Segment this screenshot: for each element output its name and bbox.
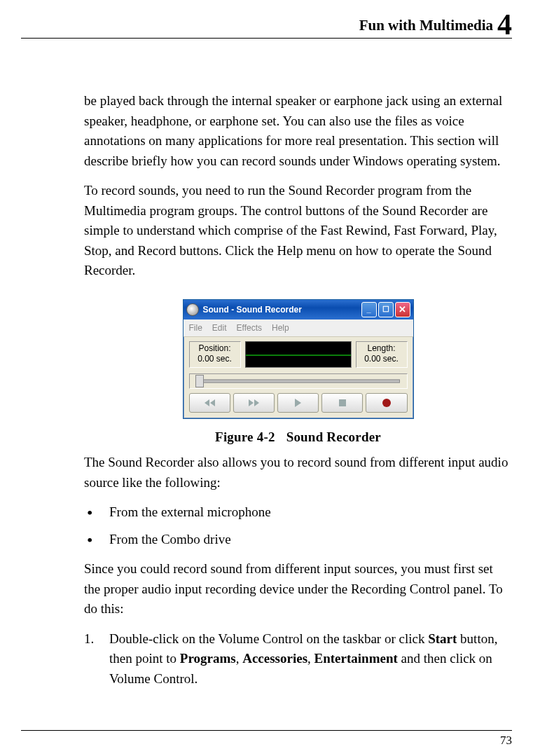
menu-effects[interactable]: Effects bbox=[237, 322, 262, 334]
length-label: Length: bbox=[357, 343, 407, 354]
position-value: 0.00 sec. bbox=[190, 354, 240, 364]
seek-slider-row bbox=[184, 372, 413, 393]
bold-start: Start bbox=[428, 631, 457, 646]
stop-button[interactable] bbox=[321, 393, 363, 413]
figure: Sound - Sound Recorder _ ☐ ✕ File Edit E… bbox=[84, 299, 512, 448]
body-paragraph: The Sound Recorder also allows you to re… bbox=[84, 453, 512, 493]
slider-groove bbox=[197, 379, 400, 383]
figure-number: Figure 4-2 bbox=[215, 429, 275, 444]
figure-caption: Figure 4-2Sound Recorder bbox=[215, 427, 381, 448]
slider-thumb[interactable] bbox=[195, 375, 204, 387]
titlebar: Sound - Sound Recorder _ ☐ ✕ bbox=[184, 300, 413, 319]
page-header: Fun with Multimedia 4 bbox=[21, 0, 512, 39]
page-footer: 73 bbox=[21, 730, 512, 748]
figure-title: Sound Recorder bbox=[286, 429, 381, 444]
list-item: From the Combo drive bbox=[84, 530, 512, 550]
body-paragraph: Since you could record sound from differ… bbox=[84, 559, 512, 619]
fast-forward-button[interactable] bbox=[233, 393, 275, 413]
status-panel: Position: 0.00 sec. Length: 0.00 sec. bbox=[184, 337, 413, 372]
content: be played back through the internal spea… bbox=[21, 39, 512, 689]
bold-programs: Programs bbox=[180, 651, 236, 666]
record-button[interactable] bbox=[366, 393, 407, 413]
menu-help[interactable]: Help bbox=[272, 322, 289, 334]
body-paragraph: be played back through the internal spea… bbox=[84, 91, 512, 171]
header-title: Fun with Multimedia bbox=[359, 17, 493, 34]
page-number: 73 bbox=[21, 731, 512, 748]
app-icon bbox=[186, 303, 199, 316]
bold-entertainment: Entertainment bbox=[314, 651, 398, 666]
list-item: From the external microphone bbox=[84, 502, 512, 523]
window-title: Sound - Sound Recorder bbox=[203, 303, 361, 316]
length-value: 0.00 sec. bbox=[357, 354, 407, 364]
waveform-display bbox=[245, 341, 352, 368]
menubar: File Edit Effects Help bbox=[184, 319, 413, 337]
minimize-button[interactable]: _ bbox=[361, 302, 377, 317]
forward-icon bbox=[249, 399, 259, 406]
rewind-icon bbox=[205, 399, 215, 406]
step-text: , bbox=[307, 651, 314, 666]
chapter-number: 4 bbox=[497, 10, 512, 39]
record-icon bbox=[382, 399, 391, 407]
numbered-steps: Double-click on the Volume Control on th… bbox=[84, 629, 512, 689]
page: Fun with Multimedia 4 be played back thr… bbox=[0, 0, 533, 756]
step-text: Double-click on the Volume Control on th… bbox=[109, 631, 428, 646]
stop-icon bbox=[339, 399, 346, 406]
maximize-button[interactable]: ☐ bbox=[378, 302, 394, 317]
menu-edit[interactable]: Edit bbox=[212, 322, 227, 334]
length-box: Length: 0.00 sec. bbox=[356, 341, 408, 368]
bullet-list: From the external microphone From the Co… bbox=[84, 502, 512, 549]
step-text: , bbox=[236, 651, 243, 666]
play-icon bbox=[295, 399, 301, 407]
step-item: Double-click on the Volume Control on th… bbox=[84, 629, 512, 689]
bold-accessories: Accessories bbox=[242, 651, 307, 666]
window-buttons: _ ☐ ✕ bbox=[361, 302, 410, 317]
position-box: Position: 0.00 sec. bbox=[189, 341, 241, 368]
menu-file[interactable]: File bbox=[189, 322, 202, 334]
controls bbox=[184, 393, 413, 418]
close-button[interactable]: ✕ bbox=[395, 302, 410, 317]
fast-rewind-button[interactable] bbox=[189, 393, 230, 413]
seek-slider[interactable] bbox=[189, 373, 408, 389]
play-button[interactable] bbox=[277, 393, 319, 413]
body-paragraph: To record sounds, you need to run the So… bbox=[84, 181, 512, 281]
sound-recorder-window: Sound - Sound Recorder _ ☐ ✕ File Edit E… bbox=[183, 299, 414, 419]
position-label: Position: bbox=[190, 343, 240, 354]
